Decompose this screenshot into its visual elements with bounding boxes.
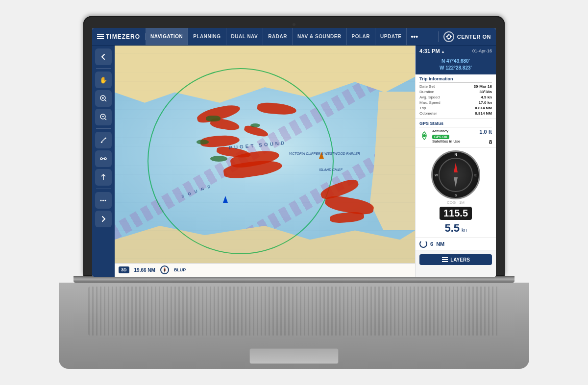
compass-inner xyxy=(439,158,473,192)
tab-radar[interactable]: RADAR xyxy=(263,28,293,45)
time-display: 4:31 PM xyxy=(419,48,440,54)
layers-section: LAYERS xyxy=(416,250,496,270)
tab-update[interactable]: UPDATE xyxy=(375,28,407,45)
channel-label-1: VICTORIA CLIPPER 3 WESTWOOD RAINIER xyxy=(289,152,360,155)
range-row: 6 NM xyxy=(419,240,492,248)
tab-dual-nav[interactable]: DUAL NAV xyxy=(226,28,264,45)
date-set-label: Date Set xyxy=(419,84,435,89)
trip-info-title: Trip Information xyxy=(419,76,492,83)
cog-label: COG 1M xyxy=(447,200,465,205)
compass-section: N S E W COG xyxy=(416,147,496,238)
zoom-badge[interactable]: 3D xyxy=(119,266,129,273)
svg-rect-22 xyxy=(442,257,448,258)
max-speed-row: Max. Speed 17.0 kn xyxy=(419,100,492,105)
range-unit: NM xyxy=(436,241,444,247)
cog-value: 115.5 xyxy=(440,207,472,220)
channel-label-2: ISLAND CHIEF xyxy=(319,168,343,171)
trip-row: Trip 0.814 NM xyxy=(419,106,492,110)
date-set-row: Date Set 30-Mar-16 xyxy=(419,84,492,89)
right-panel: 4:31 PM ▲ 01-Apr-16 N 47°43.680' W 122°2… xyxy=(415,46,496,277)
hamburger-icon[interactable] xyxy=(97,34,104,39)
sog-unit: kn xyxy=(462,227,467,233)
date-display: 01-Apr-16 xyxy=(472,48,492,53)
map-canvas: PUGET SOUND S O U N D VICTORIA CLIPPER 3… xyxy=(115,46,415,277)
red-area-bottom-right xyxy=(320,183,379,242)
more-tabs-button[interactable]: ••• xyxy=(407,33,422,41)
back-button[interactable] xyxy=(95,48,112,65)
center-on-section[interactable]: CENTER ON xyxy=(438,31,496,42)
svg-point-17 xyxy=(104,158,106,160)
green-island-3 xyxy=(210,156,227,162)
svg-rect-23 xyxy=(442,259,448,260)
coordinates-section: N 47°43.680' W 122°28.823' xyxy=(416,56,496,74)
longitude-display: W 122°28.823' xyxy=(419,65,492,72)
center-on-label: CENTER ON xyxy=(457,34,491,40)
svg-point-21 xyxy=(423,134,426,137)
satellites-row: GPS OK xyxy=(432,135,492,139)
avg-speed-row: Avg. Speed 4.9 kn xyxy=(419,95,492,99)
duration-value: 33°38s xyxy=(480,90,492,94)
left-toolbar: ✋ xyxy=(92,46,115,277)
logo-section[interactable]: TIMEZERO xyxy=(92,33,146,40)
more-tools-button[interactable]: ••• xyxy=(95,192,112,209)
toolbar-separator-1 xyxy=(96,68,111,69)
rbr-3 xyxy=(330,211,365,224)
green-island-1 xyxy=(206,116,220,121)
accuracy-row: Accuracy 1.0 ft xyxy=(432,129,492,135)
forward-button[interactable] xyxy=(95,211,112,227)
topbar: TIMEZERO NAVIGATION PLANNING DUAL NAV RA… xyxy=(92,28,496,46)
tab-polar[interactable]: POLAR xyxy=(347,28,376,45)
tab-nav-sounder[interactable]: NAV & SOUNDER xyxy=(293,28,347,45)
gps-ok-badge: GPS OK xyxy=(432,135,449,139)
north-arrow xyxy=(160,265,169,274)
layers-button[interactable]: LAYERS xyxy=(419,254,492,265)
laptop-base xyxy=(59,283,529,369)
max-speed-value: 17.0 kn xyxy=(479,100,492,105)
zoom-out-tool[interactable] xyxy=(95,109,112,125)
nav-tabs: NAVIGATION PLANNING DUAL NAV RADAR NAV &… xyxy=(146,28,438,45)
duration-row: Duration 33°38s xyxy=(419,90,492,94)
time-date-bar: 4:31 PM ▲ 01-Apr-16 xyxy=(416,46,496,56)
app-logo: TIMEZERO xyxy=(106,33,140,40)
red-island-8 xyxy=(257,102,297,116)
green-island-4 xyxy=(250,123,260,127)
laptop-hinge xyxy=(74,276,514,283)
max-speed-label: Max. Speed xyxy=(419,100,441,105)
compass-e: E xyxy=(474,173,477,177)
screen-inner: TIMEZERO NAVIGATION PLANNING DUAL NAV RA… xyxy=(92,28,496,277)
compass-needle-south xyxy=(454,177,458,187)
trip-info-section: Trip Information Date Set 30-Mar-16 Dura… xyxy=(416,74,496,119)
compass-needle-north xyxy=(454,163,458,172)
center-icon xyxy=(443,31,454,42)
measure-tool[interactable] xyxy=(95,132,112,148)
latitude-display: N 47°43.680' xyxy=(419,58,492,65)
webcam xyxy=(293,23,295,26)
odometer-row: Odometer 0.814 NM xyxy=(419,111,492,116)
toolbar-separator-2 xyxy=(96,128,111,129)
odometer-value: 0.814 NM xyxy=(475,111,492,116)
gps-inner: Accuracy 1.0 ft GPS OK Satellites in Use… xyxy=(419,129,492,145)
time-arrow: ▲ xyxy=(441,49,445,54)
route-tool[interactable] xyxy=(95,150,112,167)
map-scale: 19.66 NM xyxy=(134,267,155,273)
compass-n: N xyxy=(454,153,457,156)
accuracy-value: 1.0 ft xyxy=(479,129,492,135)
satellites-label: Satellites in Use xyxy=(432,139,460,145)
toolbar-separator-3 xyxy=(96,189,111,189)
date-set-value: 30-Mar-16 xyxy=(474,84,492,89)
gps-details: Accuracy 1.0 ft GPS OK Satellites in Use… xyxy=(432,129,492,145)
tab-navigation[interactable]: NAVIGATION xyxy=(146,28,188,45)
map-area[interactable]: PUGET SOUND S O U N D VICTORIA CLIPPER 3… xyxy=(115,46,415,277)
zoom-in-tool[interactable] xyxy=(95,90,112,107)
sog-row: 5.5 kn xyxy=(444,222,466,235)
svg-line-9 xyxy=(105,100,106,101)
compass-s: S xyxy=(455,193,457,197)
pan-tool[interactable]: ✋ xyxy=(95,72,112,88)
duration-label: Duration xyxy=(419,90,434,94)
waypoint-tool[interactable] xyxy=(95,169,112,186)
tab-planning[interactable]: PLANNING xyxy=(188,28,226,45)
svg-rect-24 xyxy=(442,261,448,262)
range-value: 6 xyxy=(430,241,433,247)
refresh-icon[interactable] xyxy=(419,240,427,248)
trip-label: Trip xyxy=(419,106,426,110)
